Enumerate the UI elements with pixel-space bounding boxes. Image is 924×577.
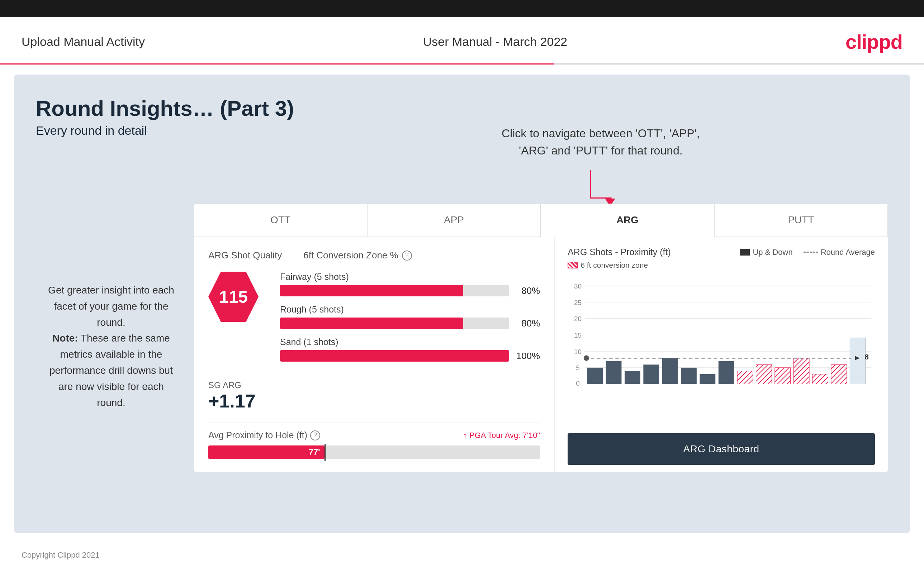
svg-text:30: 30 [574, 282, 582, 290]
legend-updown-label: Up & Down [753, 248, 792, 257]
sand-row: Sand (1 shots) 100% [280, 337, 540, 362]
legend-updown: Up & Down [740, 248, 792, 257]
tab-bar: OTT APP ARG PUTT [194, 204, 888, 237]
insight-text-content: Get greater insight into each facet of y… [48, 285, 174, 408]
rough-row: Rough (5 shots) 80% [280, 304, 540, 329]
bar-4 [662, 358, 678, 384]
bar-1 [606, 361, 622, 384]
rough-bar-container [280, 318, 509, 329]
sg-label: SG ARG [208, 380, 540, 390]
main-content: Round Insights… (Part 3) Every round in … [15, 74, 909, 533]
chart-legend: Up & Down Round Average [740, 248, 875, 257]
bar-0 [587, 368, 603, 384]
bar-12 [813, 374, 828, 384]
hexagon-score: 115 [208, 272, 258, 322]
nav-annotation: Click to navigate between 'OTT', 'APP','… [502, 125, 700, 198]
rough-bar-row: 80% [280, 318, 540, 329]
arg-dashboard-button[interactable]: ARG Dashboard [568, 433, 875, 465]
bar-5 [681, 368, 697, 384]
rough-bar-fill [280, 318, 463, 329]
svg-text:10: 10 [574, 348, 582, 356]
bar-14-highlight [850, 338, 866, 384]
pga-avg-label: ↑ PGA Tour Avg: 7'10" [463, 431, 540, 440]
conversion-zone-label: 6ft Conversion Zone % ? [303, 250, 412, 261]
svg-text:20: 20 [574, 315, 582, 322]
sand-bar-fill [280, 350, 509, 362]
card-body: ARG Shot Quality 6ft Conversion Zone % ?… [194, 237, 888, 472]
svg-text:0: 0 [576, 380, 580, 387]
sand-pct: 100% [515, 350, 540, 362]
copyright-text: Copyright Clippd 2021 [21, 551, 100, 559]
proximity-help-icon[interactable]: ? [310, 430, 320, 440]
fairway-bar-container [280, 285, 509, 297]
right-panel: ARG Shots - Proximity (ft) Up & Down Rou… [555, 237, 888, 472]
bar-10 [775, 368, 791, 384]
bar-11 [793, 358, 809, 384]
hexagon-container: 115 Fairway (5 shots) 80% [208, 272, 540, 369]
right-panel-title: ARG Shots - Proximity (ft) [568, 247, 671, 257]
fairway-bar-row: 80% [280, 285, 540, 297]
tab-putt[interactable]: PUTT [714, 204, 888, 237]
svg-text:25: 25 [574, 299, 582, 306]
proximity-cursor [325, 444, 326, 461]
insight-note-label: Note: [52, 333, 78, 344]
legend-sub: 6 ft conversion zone [568, 261, 875, 269]
sg-section: SG ARG +1.17 [208, 380, 540, 412]
shot-quality-label: ARG Shot Quality [208, 250, 282, 261]
insight-note-text: These are the same metrics available in … [50, 333, 173, 408]
fairway-bar-fill [280, 285, 463, 297]
tab-arg[interactable]: ARG [541, 204, 714, 237]
bar-7 [719, 361, 734, 384]
bar-9 [756, 364, 772, 384]
panel-header-row: ARG Shot Quality 6ft Conversion Zone % ? [208, 250, 540, 261]
proximity-bar-container: 77' [208, 445, 540, 459]
page-subtitle: Every round in detail [36, 124, 888, 138]
top-bar [0, 0, 924, 17]
proximity-header: Avg Proximity to Hole (ft) ? ↑ PGA Tour … [208, 430, 540, 440]
fairway-row: Fairway (5 shots) 80% [280, 272, 540, 297]
right-panel-header: ARG Shots - Proximity (ft) Up & Down Rou… [568, 247, 875, 257]
bar-2 [625, 371, 640, 384]
help-icon[interactable]: ? [402, 250, 412, 261]
header-divider [0, 63, 924, 64]
proximity-bar-value: 77' [309, 447, 320, 457]
proximity-label: Avg Proximity to Hole (ft) ? [208, 430, 320, 440]
tab-ott[interactable]: OTT [194, 204, 367, 237]
chart-svg: 0 5 10 15 20 25 30 [568, 274, 875, 388]
fairway-label: Fairway (5 shots) [280, 272, 540, 282]
legend-updown-box [740, 249, 750, 256]
nav-arrow [502, 163, 700, 198]
sg-value: +1.17 [208, 390, 540, 412]
shot-quality-section: Fairway (5 shots) 80% Rough (5 shots) [280, 272, 540, 369]
svg-text:15: 15 [574, 332, 582, 339]
user-manual-label: User Manual - March 2022 [423, 35, 568, 49]
nav-annotation-text: Click to navigate between 'OTT', 'APP','… [502, 125, 700, 159]
sand-bar-container [280, 350, 509, 362]
clippd-logo: clippd [845, 30, 903, 53]
header: Upload Manual Activity User Manual - Mar… [0, 17, 924, 63]
left-panel: ARG Shot Quality 6ft Conversion Zone % ?… [194, 237, 555, 472]
page-title: Round Insights… (Part 3) [36, 96, 888, 121]
hexagon-wrap: 115 [208, 272, 258, 369]
legend-round-avg-label: Round Average [821, 248, 875, 257]
tab-app[interactable]: APP [367, 204, 541, 237]
rough-label: Rough (5 shots) [280, 304, 540, 315]
upload-manual-label[interactable]: Upload Manual Activity [21, 35, 145, 49]
dashboard-card: OTT APP ARG PUTT ARG Shot Quality 6ft Co… [194, 203, 888, 472]
legend-round-avg: Round Average [803, 248, 875, 257]
bar-6 [700, 374, 716, 384]
footer: Copyright Clippd 2021 [0, 543, 924, 567]
insight-text: Get greater insight into each facet of y… [43, 282, 179, 411]
proximity-section: Avg Proximity to Hole (ft) ? ↑ PGA Tour … [208, 422, 540, 459]
legend-conversion-label: 6 ft conversion zone [580, 261, 648, 269]
legend-hatch-box [568, 262, 578, 268]
sand-bar-row: 100% [280, 350, 540, 362]
sand-label: Sand (1 shots) [280, 337, 540, 347]
bar-3 [644, 364, 659, 384]
bar-8 [737, 371, 753, 384]
fairway-pct: 80% [515, 285, 540, 297]
round-avg-dot [584, 356, 589, 361]
rough-pct: 80% [515, 318, 540, 329]
legend-dashed-line [803, 251, 818, 253]
proximity-bar-fill: 77' [208, 445, 325, 459]
